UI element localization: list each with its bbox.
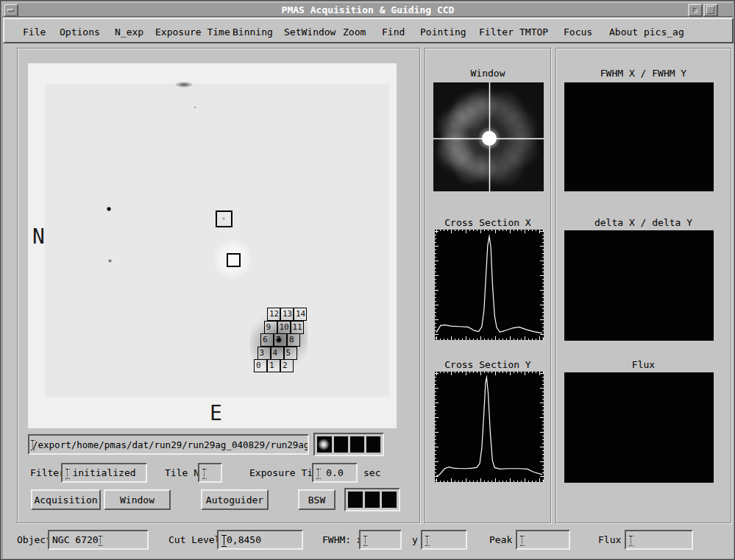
menu-item-pointing[interactable]: Pointing [420, 26, 466, 38]
window-panel-label: Window [425, 68, 550, 79]
file-path-field[interactable]: /export/home/pmas/dat/run29/run29ag_0408… [28, 434, 309, 455]
filter-field[interactable]: initialized [61, 463, 147, 483]
flux-field[interactable] [625, 530, 693, 550]
tile-box-0[interactable]: 0 [254, 359, 267, 372]
menu-item-options[interactable]: Options [60, 26, 100, 38]
tile-box-11[interactable]: 11 [291, 321, 304, 334]
peak-label: Peak [489, 534, 512, 545]
thumbnail-empty-cell [334, 436, 348, 453]
fwhm-y-field[interactable] [421, 530, 467, 550]
menu-item-tmtop[interactable]: TMTOP [519, 26, 548, 38]
maximize-icon [706, 6, 714, 14]
menu-item-focus[interactable]: Focus [564, 26, 592, 38]
guiding-panel: Window Cross Section X Cross Section Y [425, 48, 551, 523]
tile-box-2[interactable]: 2 [280, 359, 294, 372]
tile-box-12[interactable]: 12 [267, 308, 280, 321]
object-field[interactable]: NGC 6720 [48, 530, 149, 550]
sec-unit-label: sec [363, 467, 380, 478]
menu-item-exposure-time[interactable]: Exposure Time [155, 26, 230, 38]
tile-box-6[interactable]: 6 [260, 333, 274, 347]
menu-item-zoom[interactable]: Zoom [343, 26, 366, 38]
acquisition-panel: 01234567891011121314 N E /export/home/pm… [17, 48, 420, 523]
bsw-button[interactable]: BSW [298, 489, 335, 510]
delta-plot-panel [564, 230, 714, 341]
ccd-image[interactable]: 01234567891011121314 N E [28, 63, 397, 428]
tile-box-13[interactable]: 13 [280, 308, 294, 321]
cut-levels-field[interactable]: 0,8450 [217, 530, 303, 550]
titlebar[interactable]: PMAS Acquisition & Guiding CCD [2, 2, 733, 17]
window-title: PMAS Acquisition & Guiding CCD [3, 4, 733, 15]
star-dot-faint [108, 259, 112, 263]
exposure-time-field[interactable]: 0.0 [312, 463, 358, 483]
minimize-icon [693, 8, 697, 13]
file-path-value: /export/home/pmas/dat/run29/run29ag_0408… [32, 439, 309, 450]
fwhm-y-label: y [412, 534, 418, 545]
menu-item-about-pics-ag[interactable]: About pics_ag [609, 26, 684, 38]
text-cursor [363, 535, 368, 545]
object-value: NGC 6720 [52, 534, 99, 545]
cross-section-x-label: Cross Section X [425, 217, 550, 228]
fwhm-x-label: FWHM: x [322, 534, 363, 545]
tile-box-9[interactable]: 9 [264, 321, 277, 334]
menu-item-n-exp[interactable]: N_exp [115, 26, 143, 38]
marker-1-star [222, 217, 225, 220]
menu-item-setwindow[interactable]: SetWindow [284, 26, 335, 38]
text-cursor [65, 468, 70, 478]
tile-box-4[interactable]: 4 [271, 347, 284, 360]
window-button[interactable]: Window [104, 489, 171, 510]
text-cursor [99, 535, 103, 545]
tile-no-field[interactable] [198, 463, 222, 483]
flux-field-label: Flux [598, 534, 621, 545]
autoguider-button[interactable]: Autoguider [201, 489, 269, 510]
menu-bar: FileOptionsN_expExposure TimeBinningSetW… [3, 18, 734, 43]
menu-item-filter[interactable]: Filter [479, 26, 514, 38]
flux-plot-panel [564, 372, 714, 483]
client-area: FileOptionsN_expExposure TimeBinningSetW… [3, 18, 734, 559]
cross-section-x-plot [435, 230, 544, 340]
thumbnail-strip-3 [344, 488, 400, 511]
maximize-button[interactable] [703, 4, 718, 17]
guide-window-image[interactable] [433, 82, 544, 191]
tile-box-8[interactable]: 8 [287, 333, 300, 347]
status-black-cell [348, 492, 363, 508]
text-cursor [316, 468, 321, 478]
text-cursor [425, 535, 430, 545]
menu-item-find[interactable]: Find [382, 26, 405, 38]
menu-item-file[interactable]: File [23, 26, 46, 38]
ccd-frame-region [45, 84, 389, 397]
tile-box-1[interactable]: 1 [267, 359, 280, 372]
tile-box-7[interactable]: 7 [274, 333, 287, 347]
fwhm-x-field[interactable] [359, 530, 402, 550]
thumbnail-empty-cell [350, 436, 364, 453]
fwhm-plot-panel [564, 82, 714, 191]
thumbnail-empty-cell [366, 436, 380, 453]
object-label: Object [17, 534, 52, 545]
menu-item-binning[interactable]: Binning [232, 26, 273, 38]
text-cursor [202, 468, 207, 478]
text-cursor [520, 535, 525, 545]
minimize-button[interactable] [688, 4, 703, 17]
statistics-panel: FWHM X / FWHM Y delta X / delta Y Flux [555, 48, 731, 523]
tile-box-14[interactable]: 14 [294, 308, 307, 321]
tile-box-5[interactable]: 5 [284, 347, 297, 360]
text-cursor [629, 535, 633, 545]
ccd-artifact-smudge [175, 82, 193, 88]
north-label: N [32, 227, 45, 247]
acquisition-button[interactable]: Acquisition [31, 489, 101, 510]
status-black-cell [365, 492, 380, 508]
tile-box-3[interactable]: 3 [258, 347, 271, 360]
exposure-time-value: 0.0 [326, 467, 343, 478]
tile-box-10[interactable]: 10 [277, 321, 291, 334]
thumbnail-strip-4[interactable] [313, 433, 384, 456]
fwhm-panel-label: FWHM X / FWHM Y [556, 68, 731, 79]
flux-panel-label: Flux [556, 359, 731, 370]
star-dot-very-faint [193, 106, 196, 109]
status-black-cell [382, 492, 397, 508]
text-cursor-solid [221, 534, 227, 546]
marker-square-2 [227, 253, 241, 267]
text-cursor [31, 439, 35, 450]
filter-label: Filter [30, 467, 65, 478]
filter-value: initialized [72, 467, 135, 478]
peak-field[interactable] [516, 530, 570, 550]
application-window: PMAS Acquisition & Guiding CCD FileOptio… [0, 0, 735, 560]
